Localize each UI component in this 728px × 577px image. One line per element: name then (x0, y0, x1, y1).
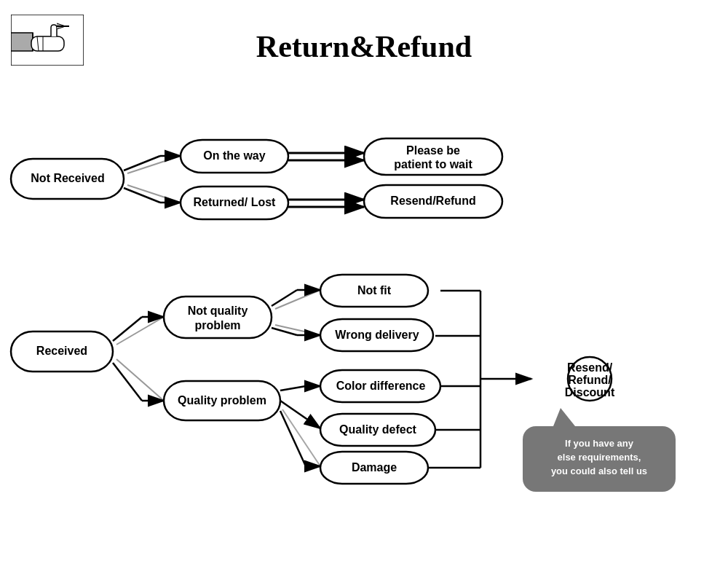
svg-line-32 (280, 386, 306, 390)
rrd-label3: Discount (565, 386, 615, 399)
not-quality-node (164, 297, 272, 338)
rrd-label2: Refund/ (568, 374, 612, 386)
speech-text2: else requirements, (558, 452, 641, 463)
not-fit-label: Not fit (357, 284, 392, 297)
svg-line-22 (116, 317, 164, 345)
quality-problem-label: Quality problem (178, 394, 266, 407)
speech-text3: you could also tell us (551, 466, 647, 476)
diagram: Not Received On the way Returned/ Lost P… (0, 95, 728, 568)
speech-text1: If you have any (565, 438, 634, 449)
quality-defect-label: Quality defect (339, 423, 416, 436)
not-received-label: Not Received (31, 172, 104, 184)
svg-line-26 (272, 290, 297, 306)
please-wait-label1: Please be (406, 144, 460, 157)
speech-bubble-pointer (553, 408, 575, 426)
svg-line-20 (113, 317, 142, 341)
please-wait-label2: patient to wait (394, 158, 472, 170)
rrd-label1: Resend/ (567, 361, 613, 374)
wrong-delivery-label: Wrong delivery (335, 329, 419, 341)
damage-label: Damage (352, 461, 397, 474)
returned-lost-label: Returned/ Lost (194, 196, 277, 208)
color-difference-label: Color difference (336, 380, 426, 392)
received-label: Received (36, 345, 87, 357)
svg-line-25 (116, 359, 164, 401)
on-the-way-label: On the way (203, 149, 265, 162)
not-quality-label2: problem (194, 319, 240, 331)
resend-refund-top-label: Resend/Refund (390, 195, 475, 207)
page-title: Return&Refund (0, 29, 728, 64)
not-quality-label1: Not quality (188, 305, 248, 317)
